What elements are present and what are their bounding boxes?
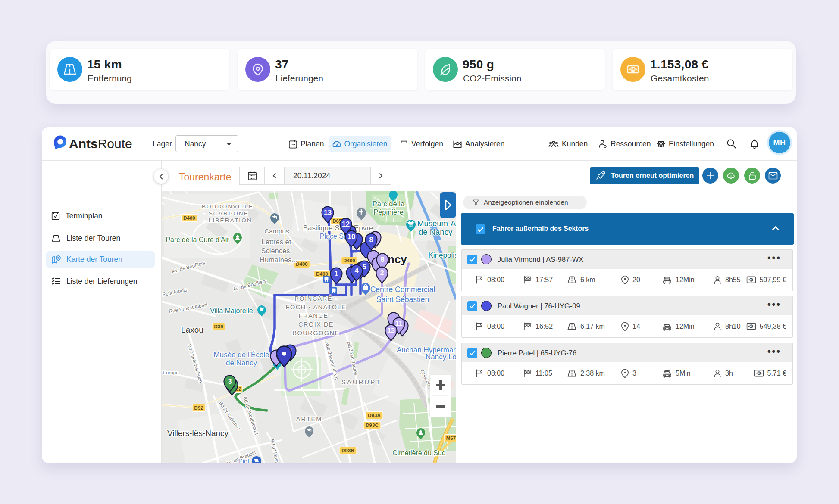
svg-text:Lettres et: Lettres et: [262, 238, 291, 246]
svg-text:BOUDONVILLE: BOUDONVILLE: [202, 203, 254, 210]
svg-text:8: 8: [380, 255, 384, 263]
svg-text:D93C: D93C: [366, 423, 378, 428]
svg-text:1: 1: [750, 324, 752, 328]
svg-text:2: 2: [380, 269, 384, 277]
svg-text:Pépinière: Pépinière: [373, 208, 404, 216]
svg-text:Europe: Europe: [163, 370, 178, 375]
svg-text:ncy: ncy: [388, 253, 407, 266]
svg-text:1: 1: [758, 371, 760, 375]
svg-text:Kinepolis: Kinepolis: [429, 251, 457, 259]
svg-text:- LIBÉRATION: - LIBÉRATION: [203, 217, 252, 224]
svg-text:12: 12: [342, 220, 350, 228]
svg-text:FOCH - ANATOLE: FOCH - ANATOLE: [286, 304, 347, 311]
svg-text:Musée de l'École: Musée de l'École: [214, 351, 269, 359]
svg-text:Cimetière du Sud: Cimetière du Sud: [392, 449, 446, 457]
svg-text:8: 8: [369, 236, 373, 243]
svg-text:de Nancy: de Nancy: [419, 227, 453, 236]
svg-text:D93B: D93B: [341, 448, 354, 453]
svg-text:Basilique Saint-Epvre: Basilique Saint-Epvre: [303, 224, 373, 232]
svg-text:Parc de la: Parc de la: [373, 200, 405, 208]
svg-text:3: 3: [228, 377, 232, 385]
svg-text:D400: D400: [343, 258, 355, 263]
svg-text:- SCARPONE: - SCARPONE: [203, 210, 249, 217]
svg-text:5: 5: [362, 263, 366, 271]
svg-text:BOURGOGNE: BOURGOGNE: [292, 330, 339, 336]
svg-text:Lidl: Lidl: [239, 457, 249, 463]
svg-text:FRANCE -: FRANCE -: [299, 312, 333, 319]
svg-text:10: 10: [347, 233, 355, 240]
svg-text:Campus: Campus: [264, 227, 289, 235]
svg-text:Laxou: Laxou: [181, 325, 203, 334]
svg-text:Humaines...: Humaines...: [260, 256, 297, 264]
svg-text:4: 4: [354, 267, 359, 274]
svg-text:ARTEM: ARTEM: [296, 416, 322, 423]
svg-text:Villers-lès-Nancy: Villers-lès-Nancy: [167, 429, 229, 438]
svg-text:Sciences: Sciences: [261, 247, 290, 255]
svg-text:POINCARÉ -: POINCARÉ -: [294, 295, 338, 302]
svg-text:13: 13: [324, 208, 332, 216]
svg-text:11: 11: [395, 320, 402, 327]
svg-text:Saint Sébastien: Saint Sébastien: [376, 295, 429, 304]
svg-text:Muséum-Ac: Muséum-Ac: [417, 219, 456, 228]
svg-text:D93A: D93A: [368, 413, 380, 418]
svg-text:SAURUPT: SAURUPT: [341, 378, 382, 386]
svg-text:D39: D39: [214, 324, 223, 329]
svg-text:13: 13: [387, 327, 395, 334]
svg-text:CROIX DE: CROIX DE: [298, 321, 334, 328]
svg-text:Centre Commercial: Centre Commercial: [370, 285, 435, 294]
svg-text:1: 1: [750, 278, 752, 282]
svg-text:de Nancy: de Nancy: [226, 359, 257, 367]
svg-text:M67: M67: [446, 436, 456, 441]
svg-text:1: 1: [632, 67, 634, 72]
svg-text:D400: D400: [183, 215, 195, 221]
svg-text:Parc de la Cure d'Air: Parc de la Cure d'Air: [166, 236, 229, 243]
svg-text:M: M: [410, 223, 413, 227]
svg-text:D400: D400: [296, 261, 308, 267]
svg-text:D92: D92: [194, 405, 203, 411]
svg-text:Villa Majorelle: Villa Majorelle: [210, 307, 253, 314]
svg-text:Nancy Lo: Nancy Lo: [426, 353, 456, 361]
svg-text:1: 1: [334, 270, 338, 277]
